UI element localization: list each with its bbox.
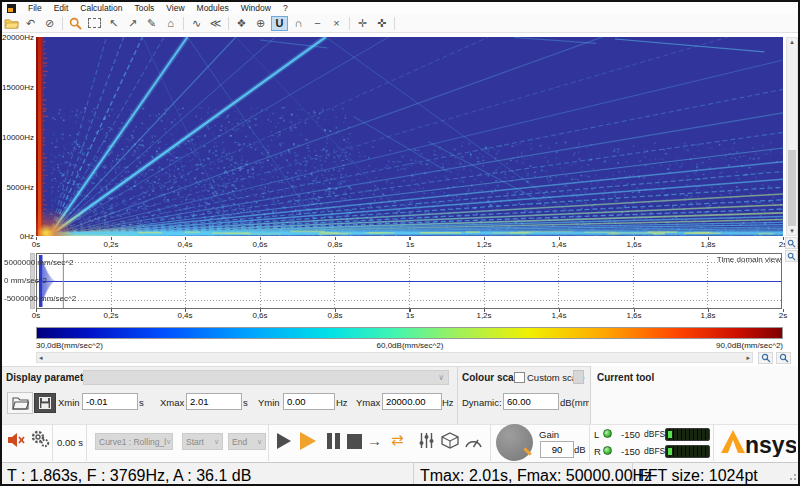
resize-grip[interactable] bbox=[788, 474, 796, 482]
deselect-icon[interactable]: ⊘ bbox=[41, 16, 58, 31]
scroll-down-icon[interactable]: ▾ bbox=[787, 227, 797, 235]
folder-open-icon bbox=[12, 396, 29, 410]
menu-tools[interactable]: Tools bbox=[128, 3, 160, 13]
play-selection-button[interactable] bbox=[300, 432, 316, 450]
intersect-icon[interactable]: ∩ bbox=[290, 16, 307, 31]
gain-input[interactable] bbox=[540, 441, 574, 458]
rect-select-icon[interactable] bbox=[86, 16, 103, 31]
xmax-label: Xmax bbox=[160, 397, 184, 408]
pause-button[interactable] bbox=[335, 433, 340, 449]
ymin-input[interactable] bbox=[283, 393, 335, 410]
move-icon[interactable]: ✛ bbox=[354, 16, 371, 31]
cursor-icon[interactable]: ↖ bbox=[105, 16, 122, 31]
pause-button[interactable] bbox=[327, 433, 332, 449]
vehicle-tool-icon[interactable]: ⌂ bbox=[162, 16, 179, 31]
toolbar-separator bbox=[62, 17, 63, 30]
zoom-in-time-button[interactable] bbox=[758, 352, 773, 364]
loop-icon[interactable]: ⇄ bbox=[391, 431, 404, 449]
scrollbar-thumb[interactable] bbox=[788, 150, 796, 226]
custom-scale-checkbox[interactable] bbox=[514, 372, 525, 383]
panel-divider bbox=[590, 366, 591, 424]
zoom-out-time-button[interactable] bbox=[776, 352, 791, 364]
save-icon bbox=[39, 397, 51, 409]
curve-select-value: Curve1 : Rolling_l bbox=[99, 437, 166, 447]
magnifier-icon bbox=[761, 353, 771, 363]
circle-select-icon[interactable]: ⊕ bbox=[252, 16, 269, 31]
scroll-left-icon[interactable]: ◂ bbox=[37, 354, 45, 362]
exclude-icon[interactable]: × bbox=[328, 16, 345, 31]
audio-settings-button[interactable] bbox=[30, 429, 50, 453]
spatial-button[interactable] bbox=[441, 432, 459, 453]
status-ranges: Tmax: 2.01s, Fmax: 50000.00Hz bbox=[420, 467, 652, 485]
speaker-mute-icon bbox=[8, 432, 27, 448]
main-toolbar: ↶ ⊘ ↖ ↗ ✎ ⌂ ∿ ≪ ❖ ⊕ U ∩ − × ✛ ✜ bbox=[2, 14, 798, 33]
menu-file[interactable]: File bbox=[22, 3, 48, 13]
menu-modules[interactable]: Modules bbox=[191, 3, 235, 13]
stop-button[interactable] bbox=[347, 434, 362, 449]
undo-icon[interactable]: ↶ bbox=[22, 16, 39, 31]
ymax-unit: Hz bbox=[442, 397, 454, 408]
load-display-button[interactable] bbox=[7, 392, 33, 414]
ymax-label: Ymax bbox=[356, 397, 380, 408]
mute-button[interactable] bbox=[8, 432, 27, 452]
x-tick: 1,2s bbox=[466, 240, 502, 249]
xmin-input[interactable] bbox=[82, 393, 138, 410]
xmax-input[interactable] bbox=[186, 393, 242, 410]
zoom-in-button[interactable] bbox=[785, 237, 798, 249]
dynamic-label: Dynamic: bbox=[462, 397, 502, 408]
edit-tool-icon[interactable]: ✎ bbox=[143, 16, 160, 31]
x-tick: 0s bbox=[18, 311, 54, 320]
app-icon bbox=[7, 4, 16, 13]
menu-edit[interactable]: Edit bbox=[48, 3, 75, 13]
filters-button[interactable] bbox=[419, 432, 434, 453]
save-display-button[interactable] bbox=[34, 393, 56, 413]
right-channel-led bbox=[603, 446, 612, 455]
dynamic-unit: dB(mm/s bbox=[560, 397, 589, 408]
zoom-tool-icon[interactable] bbox=[67, 16, 84, 31]
x-tick: 0,2s bbox=[93, 311, 129, 320]
level-meter-button[interactable] bbox=[464, 434, 483, 452]
x-tick: 0,6s bbox=[242, 311, 278, 320]
signal-tool-icon[interactable]: ∿ bbox=[188, 16, 205, 31]
ansys-sound-window: File Edit Calculation Tools View Modules… bbox=[0, 0, 800, 486]
ymax-input[interactable] bbox=[382, 393, 442, 410]
spectrogram-plot[interactable] bbox=[36, 37, 783, 236]
open-file-icon[interactable] bbox=[3, 16, 20, 31]
subtract-icon[interactable]: − bbox=[309, 16, 326, 31]
scroll-up-icon[interactable]: ▴ bbox=[787, 38, 797, 46]
free-shape-icon[interactable]: ❖ bbox=[233, 16, 250, 31]
spectro-y-tick: 15000Hz bbox=[2, 83, 34, 92]
kick-tool-icon[interactable]: ≪ bbox=[207, 16, 224, 31]
menu-window[interactable]: Window bbox=[235, 3, 277, 13]
union-icon[interactable]: U bbox=[271, 16, 288, 31]
display-preset-dropdown[interactable]: ∨ bbox=[83, 370, 449, 385]
curve-select[interactable]: Curve1 : Rolling_l∨ bbox=[95, 433, 173, 450]
spectro-vertical-scrollbar[interactable]: ▴ ▾ bbox=[786, 37, 798, 236]
start-select[interactable]: Start∨ bbox=[182, 433, 223, 450]
player-divider bbox=[86, 424, 87, 461]
gauge-icon bbox=[464, 435, 483, 448]
zoom-out-button[interactable] bbox=[785, 250, 798, 262]
scroll-right-icon[interactable]: ▸ bbox=[744, 354, 752, 362]
time-domain-plot[interactable] bbox=[36, 253, 782, 309]
chevron-down-icon: ∨ bbox=[166, 438, 171, 446]
cursor-add-icon[interactable]: ↗ bbox=[124, 16, 141, 31]
x-tick: 1,8s bbox=[690, 240, 726, 249]
menu-help[interactable]: ? bbox=[277, 3, 294, 13]
colour-scale-mini-button[interactable] bbox=[573, 370, 584, 384]
magnifier-icon bbox=[779, 353, 789, 363]
player-divider bbox=[52, 424, 53, 461]
menu-calculation[interactable]: Calculation bbox=[74, 3, 128, 13]
end-select[interactable]: End∨ bbox=[228, 433, 266, 450]
dynamic-input[interactable] bbox=[503, 393, 559, 410]
menu-view[interactable]: View bbox=[160, 3, 190, 13]
playback-time: 0.00 s bbox=[55, 437, 85, 448]
move-all-icon[interactable]: ✜ bbox=[373, 16, 390, 31]
left-channel-label: L bbox=[594, 429, 599, 440]
forward-icon[interactable]: → bbox=[367, 432, 382, 449]
play-button[interactable] bbox=[277, 433, 291, 449]
panel-divider bbox=[457, 366, 458, 424]
gain-knob[interactable] bbox=[496, 424, 533, 461]
left-channel-led bbox=[603, 429, 612, 438]
horizontal-scrollbar[interactable]: ◂ ▸ bbox=[36, 352, 753, 363]
